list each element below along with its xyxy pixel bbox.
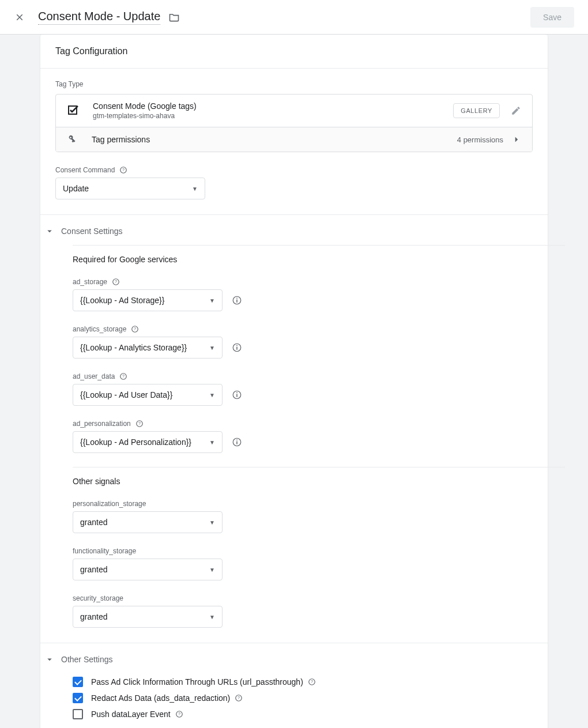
- ads-redaction-checkbox[interactable]: [73, 693, 83, 703]
- svg-rect-20: [236, 442, 238, 444]
- info-icon[interactable]: [232, 342, 242, 353]
- analytics-storage-select[interactable]: {{Lookup - Analytics Storage}} ▼: [73, 337, 223, 359]
- chevron-down-icon: ▼: [209, 567, 215, 573]
- url-passthrough-label: Pass Ad Click Information Through URLs (…: [91, 677, 303, 686]
- save-button[interactable]: Save: [530, 7, 574, 28]
- info-icon[interactable]: [232, 437, 242, 447]
- help-icon[interactable]: ?: [112, 278, 120, 286]
- other-settings-toggle[interactable]: Other Settings: [44, 643, 533, 671]
- page-title[interactable]: Consent Mode - Update: [38, 10, 160, 25]
- help-icon[interactable]: ?: [119, 166, 127, 174]
- help-icon[interactable]: ?: [308, 678, 316, 686]
- ad-user-data-value: {{Lookup - Ad User Data}}: [80, 390, 172, 399]
- consent-settings-heading: Consent Settings: [61, 227, 123, 236]
- chevron-down-icon: ▼: [209, 519, 215, 526]
- consent-check-icon: [66, 104, 80, 118]
- chevron-down-icon: ▼: [209, 297, 215, 304]
- ad-storage-select[interactable]: {{Lookup - Ad Storage}} ▼: [73, 289, 223, 311]
- personalization-storage-select[interactable]: granted ▼: [73, 511, 223, 533]
- folder-icon[interactable]: [168, 12, 180, 23]
- key-icon: [64, 132, 78, 146]
- security-storage-value: granted: [80, 612, 107, 621]
- help-icon[interactable]: ?: [135, 420, 144, 428]
- svg-text:?: ?: [134, 327, 136, 331]
- consent-command-value: Update: [63, 184, 89, 193]
- chevron-down-icon: ▼: [209, 345, 215, 351]
- chevron-down-icon: ▼: [209, 392, 215, 398]
- tag-type-name: Consent Mode (Google tags): [93, 101, 453, 111]
- url-passthrough-checkbox[interactable]: [73, 677, 83, 687]
- svg-text:?: ?: [138, 421, 141, 425]
- info-icon[interactable]: [232, 390, 242, 400]
- analytics-storage-value: {{Lookup - Analytics Storage}}: [80, 343, 187, 352]
- chevron-down-icon: ▼: [209, 439, 215, 446]
- ad-personalization-value: {{Lookup - Ad Personalization}}: [80, 437, 191, 447]
- ad-personalization-label: ad_personalization: [73, 420, 131, 428]
- chevron-right-icon: [511, 134, 522, 145]
- security-storage-label: security_storage: [73, 594, 123, 602]
- svg-text:?: ?: [115, 280, 117, 284]
- svg-text:?: ?: [122, 374, 125, 378]
- tag-permissions-label: Tag permissions: [92, 135, 457, 144]
- close-icon[interactable]: [14, 12, 25, 23]
- ad-personalization-select[interactable]: {{Lookup - Ad Personalization}} ▼: [73, 431, 223, 453]
- functionality-storage-label: functionality_storage: [73, 547, 136, 555]
- svg-rect-6: [236, 298, 238, 299]
- permissions-count: 4 permissions: [457, 135, 503, 144]
- push-datalayer-checkbox[interactable]: [73, 709, 83, 719]
- svg-rect-15: [236, 394, 238, 397]
- help-icon[interactable]: ?: [119, 372, 127, 380]
- ad-user-data-label: ad_user_data: [73, 372, 115, 380]
- ads-redaction-label: Redact Ads Data (ads_data_redaction): [91, 693, 230, 703]
- personalization-storage-label: personalization_storage: [73, 500, 146, 508]
- push-datalayer-label: Push dataLayer Event: [91, 710, 171, 719]
- gallery-button[interactable]: GALLERY: [453, 103, 500, 118]
- svg-text:?: ?: [178, 712, 180, 716]
- help-icon[interactable]: ?: [175, 710, 183, 718]
- panel-heading: Tag Configuration: [40, 35, 548, 69]
- ad-storage-value: {{Lookup - Ad Storage}}: [80, 296, 164, 305]
- functionality-storage-select[interactable]: granted ▼: [73, 559, 223, 580]
- chevron-down-icon: [44, 225, 55, 237]
- svg-rect-11: [236, 345, 238, 346]
- help-icon[interactable]: ?: [235, 694, 243, 702]
- consent-settings-toggle[interactable]: Consent Settings: [44, 215, 533, 243]
- security-storage-select[interactable]: granted ▼: [73, 606, 223, 628]
- chevron-down-icon: [44, 654, 55, 665]
- edit-icon[interactable]: [510, 105, 522, 116]
- svg-rect-16: [236, 393, 238, 394]
- chevron-down-icon: ▼: [192, 186, 198, 192]
- help-icon[interactable]: ?: [131, 325, 139, 333]
- ad-storage-label: ad_storage: [73, 278, 107, 286]
- other-settings-heading: Other Settings: [61, 655, 113, 664]
- tag-type-provider: gtm-templates-simo-ahava: [93, 112, 453, 120]
- personalization-storage-value: granted: [80, 518, 107, 527]
- other-signals-heading: Other signals: [73, 477, 533, 486]
- consent-command-select[interactable]: Update ▼: [55, 178, 205, 199]
- analytics-storage-label: analytics_storage: [73, 325, 126, 333]
- info-icon[interactable]: [232, 295, 242, 305]
- functionality-storage-value: granted: [80, 565, 107, 574]
- tag-type-label: Tag Type: [55, 80, 533, 88]
- tag-type-card: Consent Mode (Google tags) gtm-templates…: [55, 94, 533, 152]
- required-heading: Required for Google services: [73, 255, 533, 264]
- consent-command-label: Consent Command: [55, 166, 115, 174]
- chevron-down-icon: ▼: [209, 614, 215, 620]
- svg-text:?: ?: [238, 696, 240, 700]
- svg-rect-21: [236, 440, 238, 441]
- svg-rect-5: [236, 300, 238, 303]
- svg-rect-10: [236, 347, 238, 350]
- svg-text:?: ?: [122, 168, 125, 172]
- svg-text:?: ?: [311, 680, 313, 684]
- ad-user-data-select[interactable]: {{Lookup - Ad User Data}} ▼: [73, 384, 223, 406]
- tag-permissions-row[interactable]: Tag permissions 4 permissions: [56, 127, 532, 152]
